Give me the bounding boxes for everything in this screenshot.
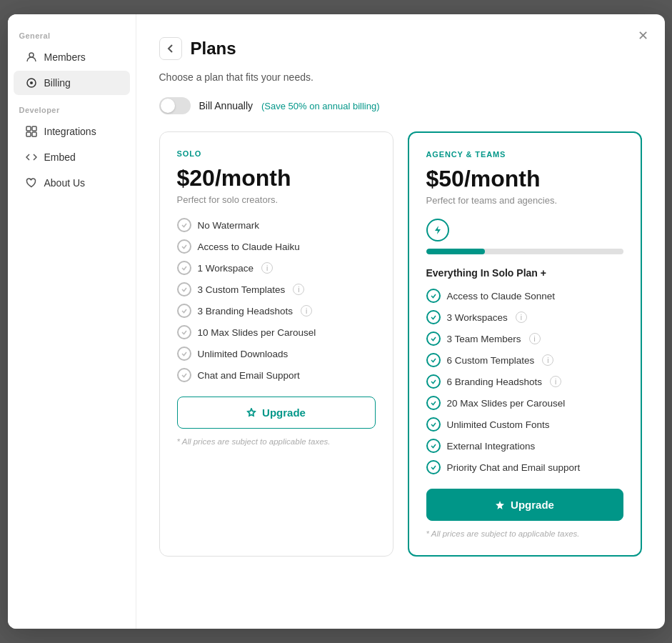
list-item: 6 Custom Templates i [426, 353, 623, 367]
agency-extra-header: Everything In Solo Plan + [426, 267, 623, 279]
billing-icon [25, 76, 38, 89]
sidebar-about-label: About Us [44, 177, 86, 189]
check-icon [177, 368, 191, 382]
usage-progress-bar [426, 249, 623, 254]
agency-tax-note: * All prices are subject to applicable t… [426, 529, 623, 538]
list-item: Unlimited Custom Fonts [426, 417, 623, 432]
sidebar-developer-label: Developer [8, 106, 136, 119]
info-icon[interactable]: i [516, 311, 527, 323]
heart-icon [25, 176, 38, 189]
main-content: ✕ Plans Choose a plan that fits your nee… [136, 14, 665, 629]
sidebar-item-billing[interactable]: Billing [14, 71, 130, 95]
agency-feature-list: Access to Claude Sonnet 3 Workspaces i [426, 289, 623, 474]
svg-marker-7 [435, 226, 441, 234]
agency-plan-price: $50/month [426, 166, 623, 192]
check-icon [177, 325, 191, 339]
list-item: 3 Team Members i [426, 332, 623, 346]
integrations-icon [25, 125, 38, 138]
svg-rect-3 [26, 126, 31, 131]
check-icon [177, 304, 191, 318]
billing-toggle-label: Bill Annually [199, 100, 254, 111]
svg-rect-5 [26, 132, 31, 136]
list-item: Priority Chat and Email support [426, 460, 623, 474]
sidebar-item-about[interactable]: About Us [14, 171, 130, 195]
solo-plan-card: SOLO $20/month Perfect for solo creators… [159, 131, 393, 557]
list-item: Access to Claude Sonnet [426, 289, 623, 303]
page-subtitle: Choose a plan that fits your needs. [159, 71, 642, 83]
check-green-icon [426, 417, 441, 432]
close-button[interactable]: ✕ [633, 26, 653, 46]
sidebar-general-label: General [8, 31, 136, 44]
info-icon[interactable]: i [301, 305, 312, 316]
check-green-icon [426, 332, 441, 346]
sidebar-integrations-label: Integrations [44, 126, 96, 137]
solo-upgrade-button[interactable]: Upgrade [177, 397, 376, 429]
lightning-icon [426, 219, 449, 241]
list-item: Chat and Email Support [177, 368, 376, 382]
progress-fill [426, 249, 486, 254]
agency-upgrade-button[interactable]: Upgrade [426, 489, 623, 521]
agency-plan-card: AGENCY & TEAMS $50/month Perfect for tea… [408, 131, 642, 557]
check-icon [177, 261, 191, 275]
check-icon [177, 218, 191, 232]
list-item: 1 Workspace i [177, 261, 376, 275]
list-item: Access to Claude Haiku [177, 239, 376, 254]
plans-grid: SOLO $20/month Perfect for solo creators… [159, 131, 642, 557]
list-item: No Watermark [177, 218, 376, 232]
check-green-icon [426, 460, 441, 474]
check-green-icon [426, 310, 441, 324]
list-item: 3 Branding Headshots i [177, 304, 376, 318]
check-green-icon [426, 289, 441, 303]
list-item: 10 Max Slides per Carousel [177, 325, 376, 339]
list-item: 3 Custom Templates i [177, 282, 376, 296]
sidebar-item-embed[interactable]: Embed [14, 145, 130, 169]
sidebar-item-integrations[interactable]: Integrations [14, 119, 130, 144]
page-title: Plans [191, 39, 236, 59]
check-icon [177, 282, 191, 296]
check-green-icon [426, 353, 441, 367]
person-icon [25, 51, 38, 64]
sidebar-members-label: Members [44, 51, 86, 63]
back-button[interactable] [159, 37, 182, 60]
sidebar-embed-label: Embed [44, 151, 76, 163]
solo-feature-list: No Watermark Access to Claude Haiku [177, 218, 376, 382]
list-item: 3 Workspaces i [426, 310, 623, 324]
billing-save-label: (Save 50% on annual billing) [261, 101, 380, 111]
embed-icon [25, 151, 38, 164]
check-green-icon [426, 374, 441, 389]
solo-plan-desc: Perfect for solo creators. [177, 194, 376, 205]
check-icon [177, 239, 191, 254]
modal: General Members Billing [8, 14, 665, 629]
check-green-icon [426, 396, 441, 410]
list-item: 20 Max Slides per Carousel [426, 396, 623, 410]
info-icon[interactable]: i [529, 333, 541, 344]
agency-plan-badge: AGENCY & TEAMS [426, 150, 623, 159]
sidebar: General Members Billing [8, 14, 136, 629]
check-icon [177, 347, 191, 361]
list-item: External Integrations [426, 439, 623, 453]
info-icon[interactable]: i [293, 284, 304, 295]
agency-plan-desc: Perfect for teams and agencies. [426, 195, 623, 206]
svg-marker-8 [496, 501, 504, 509]
solo-plan-badge: SOLO [177, 149, 376, 158]
toggle-knob [161, 99, 175, 113]
info-icon[interactable]: i [542, 354, 553, 366]
sidebar-billing-label: Billing [44, 77, 71, 89]
solo-upgrade-label: Upgrade [262, 407, 306, 419]
svg-point-0 [29, 53, 34, 57]
svg-rect-4 [32, 126, 36, 131]
billing-toggle[interactable] [159, 97, 191, 114]
solo-plan-price: $20/month [177, 165, 376, 191]
list-item: Unlimited Downloads [177, 347, 376, 361]
billing-toggle-row: Bill Annually (Save 50% on annual billin… [159, 97, 642, 114]
svg-point-2 [30, 81, 33, 84]
solo-tax-note: * All prices are subject to applicable t… [177, 437, 376, 446]
sidebar-item-members[interactable]: Members [14, 45, 130, 69]
info-icon[interactable]: i [550, 376, 561, 387]
agency-upgrade-label: Upgrade [511, 499, 554, 511]
page-header: Plans [159, 37, 642, 60]
info-icon[interactable]: i [261, 262, 273, 274]
modal-overlay: General Members Billing [0, 0, 672, 643]
svg-rect-6 [32, 132, 36, 136]
check-green-icon [426, 439, 441, 453]
